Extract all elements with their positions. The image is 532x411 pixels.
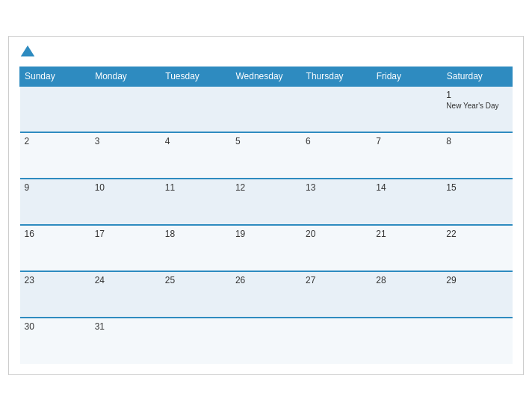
- calendar-cell: 24: [90, 271, 161, 318]
- weekday-header-tuesday: Tuesday: [161, 67, 231, 87]
- calendar-cell: 10: [90, 179, 161, 225]
- week-row-0: 1New Year's Day: [20, 86, 513, 132]
- day-number: 19: [235, 229, 297, 239]
- calendar-cell: [231, 318, 301, 364]
- day-number: 18: [165, 229, 226, 239]
- day-number: 14: [376, 182, 437, 193]
- day-number: 12: [235, 182, 297, 193]
- day-number: 31: [95, 321, 156, 332]
- calendar-cell: [371, 86, 442, 132]
- day-number: 22: [446, 229, 507, 239]
- day-number: 20: [306, 229, 367, 239]
- weekday-header-friday: Friday: [371, 67, 442, 87]
- calendar-cell: [231, 86, 301, 132]
- calendar-cell: 6: [301, 132, 371, 179]
- weekday-header-row: SundayMondayTuesdayWednesdayThursdayFrid…: [20, 67, 513, 87]
- calendar-cell: 23: [20, 271, 90, 318]
- calendar-cell: [20, 86, 90, 132]
- day-event: New Year's Day: [446, 102, 507, 110]
- calendar-cell: [90, 86, 161, 132]
- calendar-cell: 3: [90, 132, 161, 179]
- day-number: 4: [165, 136, 226, 146]
- day-number: 30: [25, 321, 86, 332]
- calendar-cell: [371, 318, 442, 364]
- week-row-5: 3031: [20, 318, 513, 364]
- calendar-cell: 11: [161, 179, 231, 225]
- day-number: 16: [25, 229, 86, 239]
- day-number: 23: [25, 275, 86, 285]
- calendar-cell: 9: [20, 179, 90, 225]
- weekday-header-wednesday: Wednesday: [231, 67, 301, 87]
- weekday-header-monday: Monday: [90, 67, 161, 87]
- calendar-cell: 15: [442, 179, 512, 225]
- calendar-cell: 31: [90, 318, 161, 364]
- day-number: 13: [306, 182, 367, 193]
- week-row-4: 23242526272829: [20, 271, 513, 318]
- calendar-cell: 21: [371, 225, 442, 271]
- day-number: 3: [95, 136, 156, 146]
- calendar-cell: 27: [301, 271, 371, 318]
- calendar-cell: 5: [231, 132, 301, 179]
- calendar-cell: 25: [161, 271, 231, 318]
- calendar-cell: 22: [442, 225, 512, 271]
- calendar-cell: 17: [90, 225, 161, 271]
- day-number: 10: [95, 182, 156, 193]
- logo-icon: [19, 44, 36, 61]
- calendar-cell: 4: [161, 132, 231, 179]
- week-row-3: 16171819202122: [20, 225, 513, 271]
- weekday-header-sunday: Sunday: [20, 67, 90, 87]
- calendar-cell: 30: [20, 318, 90, 364]
- calendar-cell: [161, 86, 231, 132]
- day-number: 2: [25, 136, 86, 146]
- calendar-container: SundayMondayTuesdayWednesdayThursdayFrid…: [8, 36, 524, 375]
- weekday-header-thursday: Thursday: [301, 67, 371, 87]
- calendar-cell: 8: [442, 132, 512, 179]
- calendar-cell: 28: [371, 271, 442, 318]
- day-number: 5: [235, 136, 297, 146]
- day-number: 28: [376, 275, 437, 285]
- calendar-cell: 2: [20, 132, 90, 179]
- calendar-cell: 12: [231, 179, 301, 225]
- week-row-1: 2345678: [20, 132, 513, 179]
- day-number: 26: [235, 275, 297, 285]
- logo: [19, 44, 37, 61]
- calendar-cell: 19: [231, 225, 301, 271]
- day-number: 1: [446, 90, 507, 100]
- calendar-cell: 29: [442, 271, 512, 318]
- calendar-cell: 16: [20, 225, 90, 271]
- calendar-cell: [301, 86, 371, 132]
- calendar-cell: [442, 318, 512, 364]
- svg-marker-0: [21, 46, 34, 57]
- calendar-cell: 7: [371, 132, 442, 179]
- day-number: 21: [376, 229, 437, 239]
- calendar-table: SundayMondayTuesdayWednesdayThursdayFrid…: [19, 67, 513, 364]
- day-number: 7: [376, 136, 437, 146]
- calendar-cell: 1New Year's Day: [442, 86, 512, 132]
- calendar-cell: 14: [371, 179, 442, 225]
- calendar-cell: 18: [161, 225, 231, 271]
- calendar-cell: 20: [301, 225, 371, 271]
- calendar-header: [19, 44, 513, 61]
- calendar-cell: [161, 318, 231, 364]
- day-number: 25: [165, 275, 226, 285]
- day-number: 11: [165, 182, 226, 193]
- day-number: 29: [446, 275, 507, 285]
- calendar-cell: 13: [301, 179, 371, 225]
- calendar-cell: 26: [231, 271, 301, 318]
- day-number: 17: [95, 229, 156, 239]
- calendar-cell: [301, 318, 371, 364]
- day-number: 15: [446, 182, 507, 193]
- day-number: 24: [95, 275, 156, 285]
- day-number: 8: [446, 136, 507, 146]
- weekday-header-saturday: Saturday: [442, 67, 512, 87]
- day-number: 6: [306, 136, 367, 146]
- day-number: 27: [306, 275, 367, 285]
- week-row-2: 9101112131415: [20, 179, 513, 225]
- day-number: 9: [25, 182, 86, 193]
